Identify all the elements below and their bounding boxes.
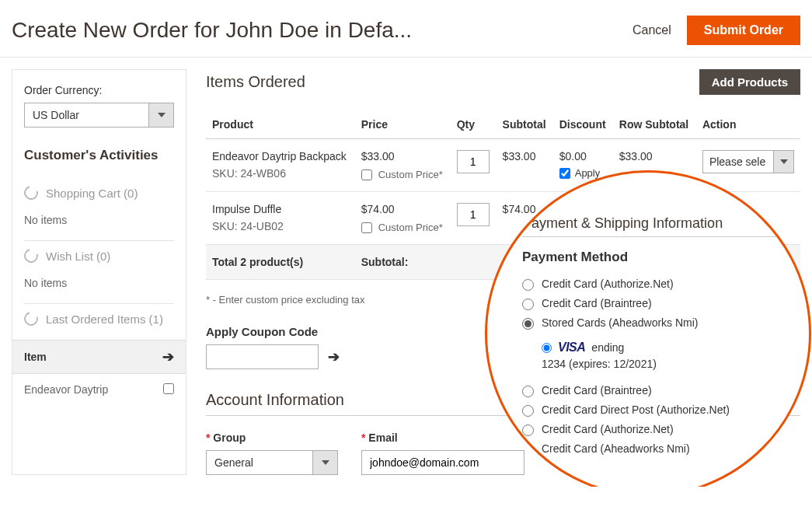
payment-option-label: Credit Card (Aheadworks Nmi) [542,442,690,455]
col-discount: Discount [553,110,613,139]
currency-value: US Dollar [24,103,149,128]
last-ordered-toggle[interactable]: Last Ordered Items (1) [24,312,174,326]
payment-radio[interactable] [522,299,534,310]
payment-callout: Payment & Shipping Information Payment M… [485,170,811,487]
payment-radio[interactable] [522,279,534,291]
card-detail: 1234 (expires: 12/2021) [542,358,778,370]
payment-radio[interactable] [522,318,534,330]
refresh-icon [22,183,41,203]
payment-option-label: Credit Card (Braintree) [542,384,652,396]
product-sku: SKU: 24-WB06 [212,167,349,180]
payment-option[interactable]: Credit Card (Aheadworks Nmi) [522,442,778,456]
qty-input[interactable] [457,203,490,226]
item-column-header: Item [24,351,47,363]
chevron-down-icon[interactable] [149,103,174,128]
currency-label: Order Currency: [24,84,174,96]
wish-list-empty: No items [24,277,174,289]
payment-radio[interactable] [522,405,534,417]
coupon-input[interactable] [206,344,319,369]
custom-price-checkbox[interactable] [361,222,372,233]
payment-option-label: Credit Card (Braintree) [542,297,652,309]
currency-select[interactable]: US Dollar [24,103,174,128]
payment-option[interactable]: Credit Card (Braintree) [522,384,778,397]
card-ending-label: ending [591,341,624,354]
custom-price-label: Custom Price* [378,222,443,233]
col-price: Price [355,110,451,139]
page-title: Create New Order for John Doe in Defa... [12,18,412,43]
price-value: $33.00 [361,150,444,162]
payment-radio[interactable] [522,386,534,397]
col-subtotal: Subtotal [497,110,553,139]
shopping-cart-toggle[interactable]: Shopping Cart (0) [24,186,174,200]
apply-label: Apply [575,167,601,179]
items-ordered-heading: Items Ordered [206,73,305,91]
apply-discount-checkbox[interactable] [559,168,570,179]
sidebar: Order Currency: US Dollar Customer's Act… [12,69,186,475]
refresh-icon [22,309,41,329]
payment-option-label: Credit Card Direct Post (Authorize.Net) [542,403,730,416]
group-select[interactable]: General [206,450,338,475]
payment-option[interactable]: Credit Card (Authorize.Net) [522,423,778,436]
last-ordered-label: Last Ordered Items (1) [46,313,163,326]
row-action-value: Please sele [702,150,774,173]
product-name: Endeavor Daytrip Backpack [212,150,349,162]
product-sku: SKU: 24-UB02 [212,220,349,232]
col-product: Product [206,110,355,139]
group-value: General [206,450,313,475]
cancel-button[interactable]: Cancel [633,23,671,37]
payment-option-label: Credit Card (Authorize.Net) [542,423,674,435]
subtotal-value: $33.00 [497,139,553,192]
col-row-subtotal: Row Subtotal [613,110,696,139]
col-action: Action [696,110,800,139]
wish-list-toggle[interactable]: Wish List (0) [24,249,174,263]
payment-option[interactable]: Stored Cards (Aheadworks Nmi) [522,316,778,330]
email-input[interactable] [361,450,524,475]
shopping-cart-label: Shopping Cart (0) [46,187,138,200]
product-name: Impulse Duffle [212,203,349,215]
discount-value: $0.00 [559,150,607,162]
visa-logo-icon: VISA [558,341,585,355]
payment-option[interactable]: Credit Card (Braintree) [522,297,778,310]
submit-order-button[interactable]: Submit Order [687,16,800,45]
col-qty: Qty [451,110,497,139]
chevron-down-icon[interactable] [313,450,338,475]
payment-section-heading: Payment & Shipping Information [522,215,778,237]
custom-price-label: Custom Price* [378,169,443,180]
shopping-cart-empty: No items [24,214,174,226]
refresh-icon [22,246,41,266]
activities-heading: Customer's Activities [24,147,174,164]
email-label: Email [361,431,524,444]
last-ordered-item: Endeavor Daytrip [24,383,108,396]
payment-method-heading: Payment Method [522,250,778,265]
chevron-down-icon[interactable] [774,150,794,173]
qty-input[interactable] [457,150,490,173]
subtotal-label: Subtotal: [355,245,497,280]
arrow-right-icon[interactable]: ➔ [162,348,174,365]
payment-option[interactable]: Credit Card Direct Post (Authorize.Net) [522,403,778,417]
total-products-label: Total 2 product(s) [206,245,355,280]
custom-price-checkbox[interactable] [361,169,372,180]
add-products-button[interactable]: Add Products [699,69,800,95]
apply-coupon-button[interactable]: ➔ [328,348,340,365]
stored-card-radio[interactable] [542,343,552,353]
last-ordered-item-checkbox[interactable] [163,383,174,394]
payment-option[interactable]: Credit Card (Authorize.Net) [522,278,778,291]
group-label: Group [206,431,338,444]
row-action-select[interactable]: Please sele [702,150,794,173]
price-value: $74.00 [361,203,444,215]
wish-list-label: Wish List (0) [46,250,110,263]
payment-option-label: Stored Cards (Aheadworks Nmi) [542,316,699,329]
payment-radio[interactable] [522,424,534,436]
payment-option-label: Credit Card (Authorize.Net) [542,278,674,290]
